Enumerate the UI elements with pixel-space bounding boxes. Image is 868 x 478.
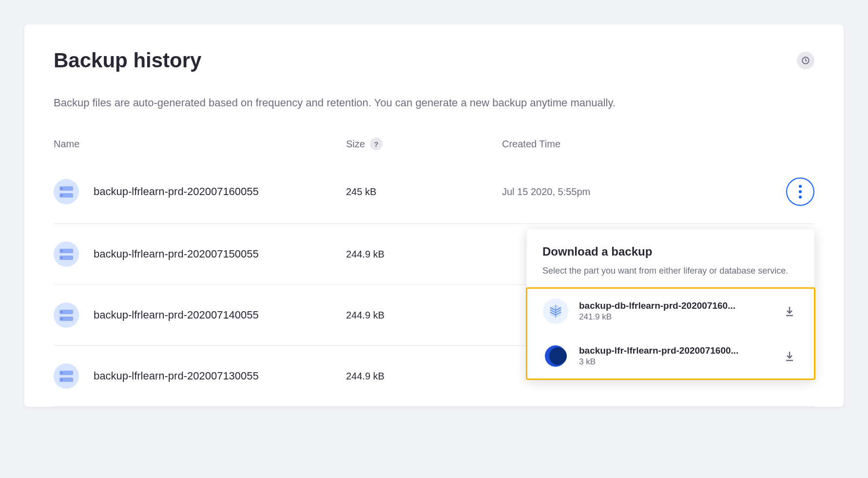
backup-size: 244.9 kB: [346, 310, 502, 321]
page-description: Backup files are auto-generated based on…: [54, 97, 814, 109]
backup-icon: [54, 363, 79, 389]
column-header-size-label: Size: [346, 139, 365, 150]
backup-history-card: Backup history Backup files are auto-gen…: [24, 24, 844, 407]
popover-item[interactable]: backup-lfr-lfrlearn-prd-2020071600... 3 …: [527, 334, 814, 378]
popover-item-name: backup-lfr-lfrlearn-prd-2020071600...: [579, 345, 770, 356]
column-header-name: Name: [54, 139, 346, 150]
backup-icon: [54, 179, 79, 204]
popover-item[interactable]: backup-db-lfrlearn-prd-202007160... 241.…: [527, 289, 814, 334]
popover-item-size: 3 kB: [579, 357, 770, 367]
download-button[interactable]: [781, 347, 798, 365]
backup-icon: [54, 241, 79, 267]
backup-name: backup-lfrlearn-prd-202007130055: [94, 370, 259, 382]
column-header-size: Size ?: [346, 138, 502, 150]
backup-icon: [54, 302, 79, 328]
page-title: Backup history: [54, 49, 201, 72]
popover-description: Select the part you want from either lif…: [527, 264, 814, 278]
download-icon: [784, 350, 795, 362]
popover-item-size: 241.9 kB: [579, 312, 770, 322]
popover-title: Download a backup: [527, 245, 814, 259]
backup-name: backup-lfrlearn-prd-202007160055: [94, 185, 259, 198]
history-clock-button[interactable]: [797, 52, 814, 69]
svg-point-2: [549, 347, 567, 365]
download-icon: [784, 305, 795, 317]
backup-size: 245 kB: [346, 186, 502, 198]
backup-name: backup-lfrlearn-prd-202007140055: [94, 309, 259, 321]
backup-size: 244.9 kB: [346, 249, 502, 260]
liferay-icon: [543, 343, 568, 369]
backup-size: 244.9 kB: [346, 371, 502, 382]
row-actions-menu-button[interactable]: [786, 178, 814, 206]
backup-created: Jul 15 2020, 5:55pm: [502, 186, 780, 198]
popover-items-highlight: backup-db-lfrlearn-prd-202007160... 241.…: [526, 287, 815, 380]
popover-item-name: backup-db-lfrlearn-prd-202007160...: [579, 300, 770, 311]
database-icon: [543, 299, 568, 324]
download-button[interactable]: [781, 302, 798, 320]
table-header: Name Size ? Created Time: [54, 133, 814, 160]
header-row: Backup history: [54, 49, 814, 72]
download-backup-popover: Download a backup Select the part you wa…: [527, 229, 814, 380]
clock-icon: [801, 56, 810, 65]
table-row: backup-lfrlearn-prd-202007160055 245 kB …: [54, 160, 814, 224]
column-header-created: Created Time: [502, 139, 780, 150]
help-icon[interactable]: ?: [370, 138, 383, 150]
backup-name: backup-lfrlearn-prd-202007150055: [94, 248, 259, 260]
